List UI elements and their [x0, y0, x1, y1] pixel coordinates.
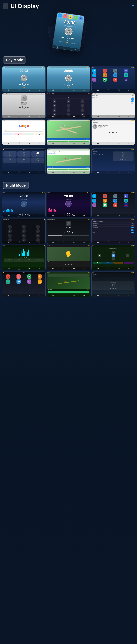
social-play-btn[interactable]: ▶: [112, 131, 114, 133]
night-music-next[interactable]: ⏭: [72, 232, 74, 234]
night-hand-prev[interactable]: ⏮: [65, 264, 66, 265]
night-wave-btn-7[interactable]: EQ7: [24, 260, 34, 262]
night-ios-messages[interactable]: 💬: [27, 274, 31, 279]
night-app-carplay[interactable]: 🚗: [124, 203, 128, 207]
night-music-play-btn[interactable]: ⏸: [67, 231, 70, 234]
night-auto-answer-toggle[interactable]: [131, 227, 134, 228]
night-app-bt2[interactable]: 🔵: [124, 199, 128, 202]
night-wave-btn-1[interactable]: EQ1: [4, 258, 14, 260]
night-wave-btn-5[interactable]: EQ5: [4, 260, 14, 262]
night-notplaying-next[interactable]: ⏭: [115, 288, 116, 290]
app-icon-radio[interactable]: 📻: [103, 73, 107, 77]
app-icon-phone[interactable]: 📞: [113, 69, 117, 72]
night-ios-phone[interactable]: 📞: [6, 274, 10, 279]
phone-btn-8[interactable]: 8: [66, 108, 70, 112]
night-phone-btn-8[interactable]: 8: [22, 234, 26, 238]
settings-auto-answer-row[interactable]: Auto answer: [92, 98, 135, 100]
carplay-app-podcast[interactable]: 🎙 Podcasts: [17, 158, 30, 163]
app-icon-carplay[interactable]: 🚗: [124, 78, 128, 82]
night-wave-btn-6[interactable]: EQ6: [14, 260, 24, 262]
power-toggle[interactable]: [131, 102, 134, 104]
settings-power-row[interactable]: Power: [92, 102, 135, 104]
hamburger-nav-icon[interactable]: ≡: [132, 4, 134, 8]
notplaying-next[interactable]: ⏭: [125, 158, 126, 160]
app-icon-waze[interactable]: 🔵: [113, 73, 117, 77]
night-nav-up[interactable]: ▲: [112, 251, 115, 254]
night-auto-connect-toggle[interactable]: [131, 230, 134, 231]
app-icon-bt[interactable]: 🔵: [124, 73, 128, 77]
night-phone-btn-7[interactable]: 7: [8, 234, 12, 238]
night-app-whatsapp[interactable]: 💬: [103, 203, 107, 207]
night-notplaying-play[interactable]: ▶: [112, 288, 114, 290]
night-phone-btn-1[interactable]: 1: [8, 225, 12, 229]
night-nav-right[interactable]: ▶: [126, 254, 129, 257]
night-nav-left[interactable]: ◀: [98, 254, 101, 257]
night-nav-btn-music[interactable]: 🎵: [113, 262, 123, 264]
phone-btn-9[interactable]: 9: [80, 108, 84, 112]
night-wave-btn-4[interactable]: EQ4: [34, 258, 44, 260]
phone-btn-6[interactable]: 6: [80, 104, 84, 108]
notplaying-prev[interactable]: ⏮: [120, 158, 121, 160]
night-settings-power[interactable]: Power: [92, 231, 135, 234]
night-ios-music[interactable]: 🎵: [16, 274, 21, 279]
night-ios-podcast[interactable]: 🎙: [38, 274, 42, 279]
day-play-btn-2[interactable]: ⏸: [67, 82, 70, 86]
night-ios-settings[interactable]: ⚙: [27, 280, 31, 284]
app-icon-music[interactable]: 🎵: [103, 69, 107, 72]
night-app-youtube[interactable]: ▶: [113, 203, 117, 207]
carplay-app-phone[interactable]: 📞 Phone: [3, 151, 16, 157]
carplay-app-spotify[interactable]: 🎧 Spotify: [31, 158, 44, 163]
night-notplaying-prev[interactable]: ⏮: [110, 288, 112, 290]
google-search-bar[interactable]: 🔍: [4, 129, 44, 132]
night-nav-center[interactable]: OK: [112, 254, 115, 257]
night-ios-spotify[interactable]: 🎧: [6, 280, 10, 284]
night-app-spotify[interactable]: 🎵: [92, 203, 96, 207]
menu-icon[interactable]: [3, 3, 8, 9]
phone-btn-5[interactable]: 5: [66, 104, 70, 108]
night-app-telegram[interactable]: ✈: [92, 194, 96, 198]
phone-btn-2[interactable]: 2: [66, 99, 70, 103]
night-phone-btn-5[interactable]: 5: [22, 229, 26, 233]
google-shortcut-2[interactable]: ▶: [14, 133, 24, 136]
app-icon-telegram[interactable]: ✈: [92, 69, 96, 72]
night-hand-play[interactable]: ▶: [68, 264, 69, 265]
night-app-music[interactable]: 🎵: [103, 194, 107, 198]
auto-answer-toggle[interactable]: [131, 98, 134, 100]
night-phone-btn-3[interactable]: 3: [36, 225, 40, 229]
app-icon-maps[interactable]: 📍: [92, 73, 96, 77]
app-icon-spotify[interactable]: 🎵: [92, 78, 96, 82]
phone-btn-7[interactable]: 7: [52, 108, 56, 112]
music-play-btn[interactable]: ⏸: [22, 106, 26, 109]
carplay-app-maps[interactable]: 🗺 Maps: [3, 158, 16, 163]
night-ios-maps[interactable]: 🗺: [16, 280, 21, 284]
night-app-radio[interactable]: 📻: [103, 199, 107, 202]
night-ios-radio[interactable]: 📻: [38, 280, 42, 284]
night-app-settings[interactable]: ⚙: [124, 194, 128, 198]
day-play-btn-1[interactable]: ⏸: [22, 82, 26, 86]
night-app-maps[interactable]: 📍: [92, 199, 96, 202]
night-go-btn[interactable]: GO: [48, 291, 89, 293]
google-shortcut-3[interactable]: 🗺: [24, 133, 34, 136]
night-phone-btn-6[interactable]: 6: [36, 229, 40, 233]
night-nav-btn-phone[interactable]: 📞: [124, 262, 134, 264]
carplay-app-music[interactable]: 🎵 Music: [17, 151, 30, 157]
carplay-app-messages[interactable]: 💬 Messages: [31, 151, 44, 157]
app-icon-settings[interactable]: ⚙: [124, 69, 128, 72]
app-icon-youtube[interactable]: ▶: [113, 78, 117, 82]
phone-btn-4[interactable]: 4: [52, 104, 56, 108]
night-app-bt[interactable]: 🔵: [113, 199, 117, 202]
night-phone-btn-2[interactable]: 2: [22, 225, 26, 229]
night-wave-btn-2[interactable]: EQ2: [14, 258, 24, 260]
night-nav-btn-home[interactable]: 🏠: [93, 262, 102, 264]
settings-auto-connect-row[interactable]: Auto connect: [92, 100, 135, 102]
auto-connect-toggle[interactable]: [131, 100, 134, 102]
night-app-phone[interactable]: 📞: [113, 194, 117, 198]
night-phone-btn-4[interactable]: 4: [8, 229, 12, 233]
night-settings-auto-answer[interactable]: Auto answer: [92, 226, 135, 229]
night-power-toggle[interactable]: [131, 232, 134, 233]
night-settings-auto-connect[interactable]: Auto connect: [92, 229, 135, 231]
night-phone-btn-9[interactable]: 9: [36, 234, 40, 238]
night-nav-btn-map[interactable]: 🗺: [103, 262, 113, 264]
coffee-go-btn[interactable]: GO: [48, 169, 89, 170]
night-wave-btn-8[interactable]: EQ8: [34, 260, 44, 262]
